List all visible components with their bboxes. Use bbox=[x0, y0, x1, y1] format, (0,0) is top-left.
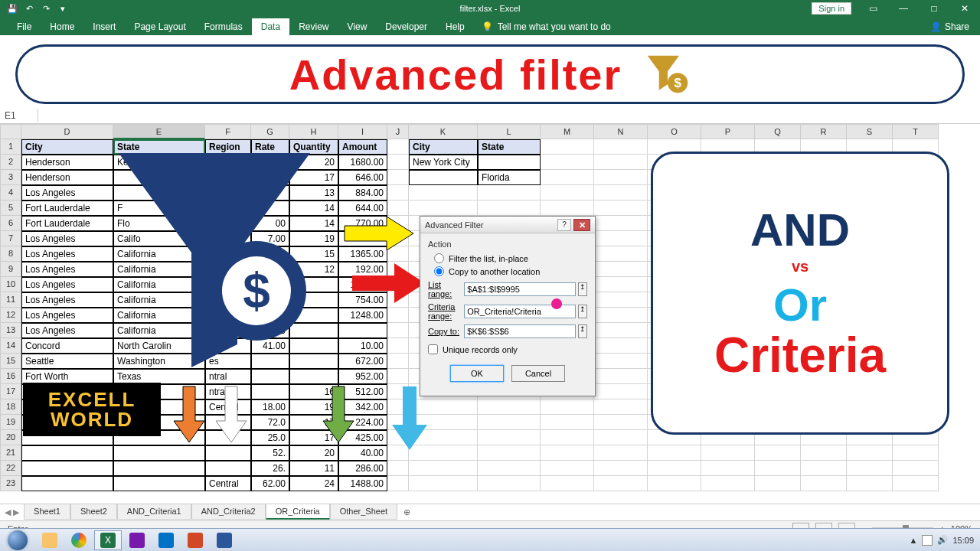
cell-P22[interactable] bbox=[701, 461, 755, 476]
cell-I14[interactable]: 10.00 bbox=[338, 338, 387, 354]
cell-K5[interactable] bbox=[409, 201, 478, 216]
cell-N12[interactable] bbox=[594, 308, 648, 323]
tab-data[interactable]: Data bbox=[252, 18, 289, 35]
cell-D22[interactable] bbox=[21, 461, 113, 476]
row-header-1[interactable]: 1 bbox=[0, 139, 21, 155]
cell-L4[interactable] bbox=[478, 185, 541, 201]
tell-me-search[interactable]: 💡 Tell me what you want to do bbox=[474, 18, 619, 35]
sheet-tab-sheet2[interactable]: Sheet2 bbox=[70, 504, 117, 520]
dialog-help-button[interactable]: ? bbox=[557, 219, 571, 231]
cell-H21[interactable]: 20 bbox=[289, 445, 338, 461]
redo-icon[interactable]: ↷ bbox=[40, 2, 52, 15]
cell-D15[interactable]: Seattle bbox=[21, 354, 113, 369]
cell-L19[interactable] bbox=[478, 415, 541, 430]
share-button[interactable]: 👤 Share bbox=[920, 18, 980, 35]
cell-I15[interactable]: 672.00 bbox=[338, 354, 387, 369]
cell-F22[interactable] bbox=[205, 461, 251, 476]
col-header-Q[interactable]: Q bbox=[755, 124, 801, 139]
cell-S23[interactable] bbox=[847, 476, 893, 491]
tab-insert[interactable]: Insert bbox=[83, 18, 125, 35]
row-header-6[interactable]: 6 bbox=[0, 216, 21, 231]
row-header-19[interactable]: 19 bbox=[0, 415, 21, 430]
cell-G21[interactable]: 52. bbox=[251, 445, 289, 461]
cell-D7[interactable]: Los Angeles bbox=[21, 231, 113, 246]
cell-I3[interactable]: 646.00 bbox=[338, 170, 387, 185]
col-header-T[interactable]: T bbox=[893, 124, 939, 139]
row-header-18[interactable]: 18 bbox=[0, 399, 21, 415]
cell-N1[interactable] bbox=[594, 139, 648, 155]
maximize-button[interactable]: □ bbox=[919, 0, 949, 17]
cancel-button[interactable]: Cancel bbox=[511, 365, 565, 382]
cell-P23[interactable] bbox=[701, 476, 755, 491]
taskbar-outlook-icon[interactable] bbox=[152, 530, 180, 550]
cell-N17[interactable] bbox=[594, 384, 648, 399]
tray-up-icon[interactable]: ▲ bbox=[910, 536, 918, 545]
taskbar-excel-icon[interactable]: X bbox=[94, 530, 122, 550]
cell-J5[interactable] bbox=[387, 201, 409, 216]
row-header-11[interactable]: 11 bbox=[0, 292, 21, 308]
cell-N10[interactable] bbox=[594, 277, 648, 292]
cell-T21[interactable] bbox=[893, 445, 939, 461]
cell-I16[interactable]: 952.00 bbox=[338, 369, 387, 384]
cell-N11[interactable] bbox=[594, 292, 648, 308]
tab-developer[interactable]: Developer bbox=[376, 18, 436, 35]
col-header-E[interactable]: E bbox=[113, 124, 205, 139]
cell-D10[interactable]: Los Angeles bbox=[21, 277, 113, 292]
cell-D14[interactable]: Concord bbox=[21, 338, 113, 354]
cell-M23[interactable] bbox=[541, 476, 594, 491]
cell-N16[interactable] bbox=[594, 369, 648, 384]
save-icon[interactable]: 💾 bbox=[6, 2, 18, 15]
sheet-tab-or_criteria[interactable]: OR_Criteria bbox=[266, 504, 330, 520]
tab-file[interactable]: File bbox=[8, 18, 41, 35]
row-header-23[interactable]: 23 bbox=[0, 476, 21, 491]
taskbar-onenote-icon[interactable] bbox=[123, 530, 151, 550]
cell-D3[interactable]: Henderson bbox=[21, 170, 113, 185]
col-header-D[interactable]: D bbox=[21, 124, 113, 139]
cell-N9[interactable] bbox=[594, 262, 648, 277]
sheet-tab-other_sheet[interactable]: Other_Sheet bbox=[330, 504, 397, 520]
cell-D5[interactable]: Fort Lauderdale bbox=[21, 201, 113, 216]
cell-K23[interactable] bbox=[409, 476, 478, 491]
sign-in-button[interactable]: Sign in bbox=[812, 2, 851, 15]
cell-J23[interactable] bbox=[387, 476, 409, 491]
cell-R23[interactable] bbox=[801, 476, 847, 491]
cell-L21[interactable] bbox=[478, 445, 541, 461]
cell-I1[interactable]: Amount bbox=[338, 139, 387, 155]
start-button[interactable] bbox=[0, 529, 35, 552]
row-header-15[interactable]: 15 bbox=[0, 354, 21, 369]
row-header-2[interactable]: 2 bbox=[0, 155, 21, 170]
cell-L1[interactable]: State bbox=[478, 139, 541, 155]
tray-network-icon[interactable] bbox=[922, 535, 933, 546]
tray-volume-icon[interactable]: 🔊 bbox=[937, 535, 948, 546]
cell-J15[interactable] bbox=[387, 354, 409, 369]
row-header-5[interactable]: 5 bbox=[0, 201, 21, 216]
row-header-9[interactable]: 9 bbox=[0, 262, 21, 277]
copy-to-ref-button[interactable]: ↥ bbox=[578, 324, 587, 338]
col-header-K[interactable]: K bbox=[409, 124, 478, 139]
cell-M2[interactable] bbox=[541, 155, 594, 170]
cell-L2[interactable] bbox=[478, 155, 541, 170]
cell-M5[interactable] bbox=[541, 201, 594, 216]
cell-N14[interactable] bbox=[594, 338, 648, 354]
col-header-H[interactable]: H bbox=[289, 124, 338, 139]
minimize-button[interactable]: — bbox=[888, 0, 919, 17]
row-header-12[interactable]: 12 bbox=[0, 308, 21, 323]
cell-Q23[interactable] bbox=[755, 476, 801, 491]
criteria-range-ref-button[interactable]: ↥ bbox=[578, 305, 587, 318]
cell-J1[interactable] bbox=[387, 139, 409, 155]
cell-D1[interactable]: City bbox=[21, 139, 113, 155]
cell-L22[interactable] bbox=[478, 461, 541, 476]
cell-Q21[interactable] bbox=[755, 445, 801, 461]
cell-D6[interactable]: Fort Lauderdale bbox=[21, 216, 113, 231]
cell-D2[interactable]: Henderson bbox=[21, 155, 113, 170]
col-header-S[interactable]: S bbox=[847, 124, 893, 139]
sheet-tab-and_criteria1[interactable]: AND_Criteria1 bbox=[117, 504, 191, 520]
tab-view[interactable]: View bbox=[338, 18, 377, 35]
cell-R22[interactable] bbox=[801, 461, 847, 476]
cell-G17[interactable] bbox=[251, 384, 289, 399]
cell-M1[interactable] bbox=[541, 139, 594, 155]
col-header-R[interactable]: R bbox=[801, 124, 847, 139]
cell-M22[interactable] bbox=[541, 461, 594, 476]
cell-R21[interactable] bbox=[801, 445, 847, 461]
cell-E22[interactable] bbox=[113, 461, 205, 476]
